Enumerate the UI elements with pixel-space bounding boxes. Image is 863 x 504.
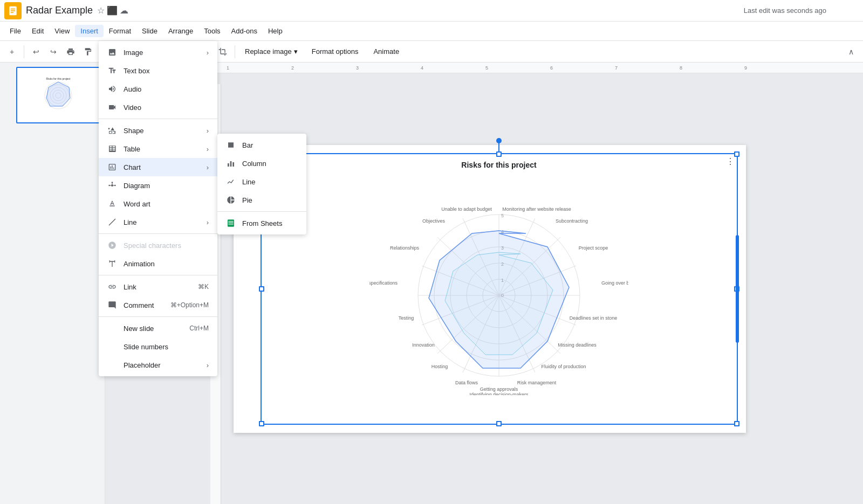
sheets-icon bbox=[226, 218, 236, 228]
cloud-icon[interactable]: ☁ bbox=[120, 5, 128, 16]
menu-edit[interactable]: Edit bbox=[26, 25, 49, 37]
svg-line-80 bbox=[109, 219, 115, 225]
submenu-item-from-sheets[interactable]: From Sheets bbox=[217, 214, 306, 232]
menu-item-link[interactable]: Link ⌘K bbox=[99, 278, 217, 296]
menu-item-chart[interactable]: Chart › bbox=[99, 158, 217, 176]
handle-bottom-center[interactable] bbox=[496, 421, 502, 426]
menu-item-slide-numbers-label: Slide numbers bbox=[124, 343, 168, 351]
submenu-item-column[interactable]: Column bbox=[217, 154, 306, 172]
format-options-btn[interactable]: Format options bbox=[305, 45, 365, 58]
menu-item-slide-numbers[interactable]: Slide numbers bbox=[99, 337, 217, 356]
menu-arrange[interactable]: Arrange bbox=[163, 25, 198, 37]
handle-middle-left[interactable] bbox=[259, 286, 264, 292]
table-submenu-arrow: › bbox=[207, 145, 209, 153]
replace-image-arrow: ▾ bbox=[294, 47, 298, 56]
slide-thumbnail[interactable]: Risks for this project bbox=[16, 67, 100, 123]
line-submenu-arrow: › bbox=[207, 218, 209, 226]
undo-btn[interactable]: ↩ bbox=[29, 44, 44, 59]
submenu-item-bar[interactable]: Bar bbox=[217, 136, 306, 154]
menu-item-table[interactable]: Table › bbox=[99, 140, 217, 158]
menu-item-diagram[interactable]: Diagram bbox=[99, 176, 217, 195]
svg-rect-86 bbox=[228, 223, 233, 223]
textbox-icon bbox=[107, 66, 117, 75]
svg-point-75 bbox=[114, 185, 116, 187]
menu-item-image-label: Image bbox=[124, 49, 143, 57]
menu-item-new-slide[interactable]: New slide Ctrl+M bbox=[99, 319, 217, 337]
image-icon bbox=[107, 47, 117, 57]
insert-dropdown-menu: Image › Text box Audio Video Shape › Tab… bbox=[99, 41, 217, 376]
menu-help[interactable]: Help bbox=[263, 25, 288, 37]
right-resize-handle[interactable] bbox=[736, 235, 739, 343]
handle-top-center[interactable] bbox=[496, 151, 502, 157]
svg-text:Relationships: Relationships bbox=[390, 245, 420, 251]
menu-item-comment[interactable]: Comment ⌘+Option+M bbox=[99, 296, 217, 314]
svg-rect-81 bbox=[228, 163, 229, 167]
print-btn[interactable] bbox=[63, 44, 78, 59]
svg-rect-3 bbox=[11, 12, 13, 13]
menu-item-animation[interactable]: Animation bbox=[99, 254, 217, 273]
submenu-item-line-label: Line bbox=[242, 178, 256, 186]
menu-item-wordart[interactable]: Word art bbox=[99, 195, 217, 213]
star-icon[interactable]: ☆ bbox=[97, 5, 105, 16]
menu-item-video[interactable]: Video bbox=[99, 98, 217, 116]
column-chart-icon bbox=[226, 158, 236, 168]
submenu-item-line[interactable]: Line bbox=[217, 172, 306, 191]
menu-addons[interactable]: Add-ons bbox=[226, 25, 263, 37]
menu-item-line[interactable]: Line › bbox=[99, 213, 217, 231]
audio-icon bbox=[107, 84, 117, 94]
svg-text:Risk management: Risk management bbox=[517, 380, 557, 385]
menu-bar: File Edit View Insert Format Slide Arran… bbox=[0, 22, 863, 41]
menu-format[interactable]: Format bbox=[104, 25, 136, 37]
menu-item-table-label: Table bbox=[124, 145, 140, 153]
menu-item-placeholder-label: Placeholder bbox=[124, 361, 161, 369]
link-shortcut: ⌘K bbox=[198, 283, 209, 291]
chart-icon bbox=[107, 162, 117, 172]
paint-format-btn[interactable] bbox=[80, 44, 95, 59]
redo-btn[interactable]: ↪ bbox=[46, 44, 61, 59]
chart-frame[interactable]: ⋮ Risks for this project bbox=[261, 153, 738, 425]
menu-view[interactable]: View bbox=[49, 25, 75, 37]
menu-tools[interactable]: Tools bbox=[198, 25, 225, 37]
menu-slide[interactable]: Slide bbox=[136, 25, 163, 37]
comment-shortcut: ⌘+Option+M bbox=[170, 301, 209, 309]
folder-icon[interactable]: ⬛ bbox=[107, 5, 118, 16]
svg-text:5: 5 bbox=[501, 213, 504, 218]
handle-top-right[interactable] bbox=[734, 151, 739, 157]
new-slide-shortcut: Ctrl+M bbox=[189, 325, 209, 332]
menu-item-textbox[interactable]: Text box bbox=[99, 61, 217, 80]
app-icon bbox=[4, 2, 22, 19]
collapse-toolbar-btn[interactable]: ∧ bbox=[844, 44, 859, 59]
chart-menu-btn[interactable]: ⋮ bbox=[726, 156, 735, 167]
video-icon bbox=[107, 102, 117, 112]
menu-separator-1 bbox=[99, 119, 217, 119]
menu-insert[interactable]: Insert bbox=[75, 25, 104, 37]
svg-rect-83 bbox=[232, 162, 234, 167]
menu-separator-3 bbox=[99, 275, 217, 275]
placeholder-submenu-arrow: › bbox=[207, 361, 209, 369]
svg-text:Fluidity of production: Fluidity of production bbox=[541, 364, 586, 369]
crop-btn[interactable] bbox=[215, 44, 230, 59]
svg-text:Innovation: Innovation bbox=[412, 342, 435, 348]
menu-item-image[interactable]: Image › bbox=[99, 43, 217, 61]
slide-panel: 1 Risks for this project bbox=[0, 63, 105, 504]
menu-item-placeholder[interactable]: Placeholder › bbox=[99, 356, 217, 374]
menu-item-audio[interactable]: Audio bbox=[99, 80, 217, 98]
canvas-area: 1 2 3 4 5 6 7 8 9 2 3 4 5 bbox=[105, 63, 863, 504]
svg-text:Identifying decision-makers: Identifying decision-makers bbox=[469, 392, 529, 395]
replace-image-label: Replace image bbox=[245, 47, 292, 56]
animate-btn[interactable]: Animate bbox=[367, 45, 406, 58]
comment-icon bbox=[107, 300, 117, 310]
menu-item-shape[interactable]: Shape › bbox=[99, 121, 217, 140]
wordart-icon bbox=[107, 199, 117, 209]
menu-file[interactable]: File bbox=[4, 25, 26, 37]
handle-bottom-right[interactable] bbox=[734, 421, 739, 426]
submenu-item-pie-label: Pie bbox=[242, 196, 252, 204]
handle-bottom-left[interactable] bbox=[259, 421, 264, 426]
chart-submenu: Bar Column Line Pie From Sheets bbox=[217, 134, 306, 234]
document-title[interactable]: Radar Example bbox=[26, 5, 93, 16]
diagram-icon bbox=[107, 181, 117, 190]
replace-image-btn[interactable]: Replace image ▾ bbox=[239, 45, 303, 58]
special-chars-icon bbox=[107, 240, 117, 250]
submenu-item-pie[interactable]: Pie bbox=[217, 191, 306, 209]
new-slide-btn[interactable]: + bbox=[4, 44, 19, 59]
